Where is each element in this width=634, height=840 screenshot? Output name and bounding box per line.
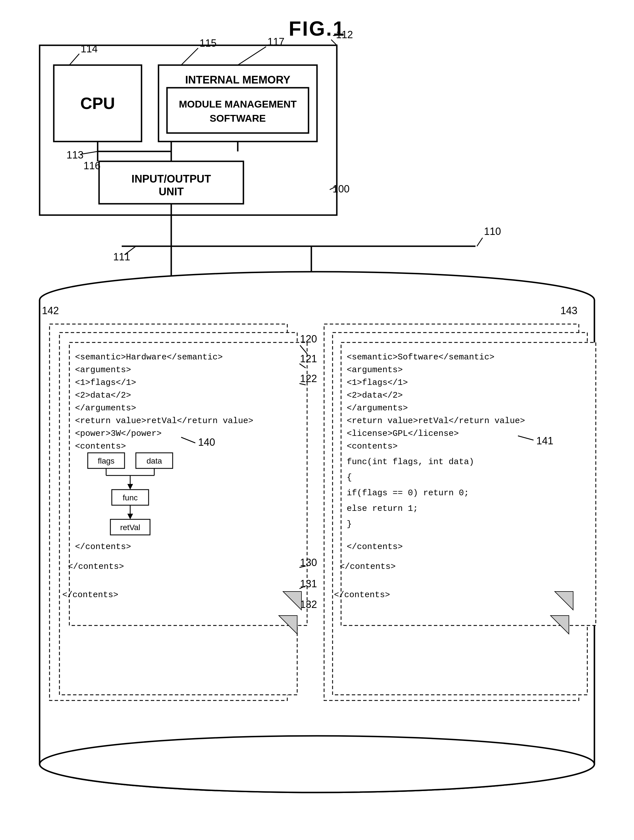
svg-rect-67 xyxy=(112,489,149,505)
svg-text:<power>3W</power>: <power>3W</power> xyxy=(75,429,161,438)
svg-text:122: 122 xyxy=(300,373,317,384)
svg-rect-71 xyxy=(111,519,150,535)
svg-text:{: { xyxy=(347,473,352,482)
svg-text:<1>flags</1>: <1>flags</1> xyxy=(347,378,408,387)
svg-text:</contents>: </contents> xyxy=(62,590,118,600)
svg-line-77 xyxy=(181,437,195,443)
svg-text:<arguments>: <arguments> xyxy=(347,365,403,375)
svg-text:else return 1;: else return 1; xyxy=(347,504,418,513)
svg-text:141: 141 xyxy=(536,435,553,447)
svg-text:<return value>retVal</return v: <return value>retVal</return value> xyxy=(347,416,525,426)
svg-text:113: 113 xyxy=(66,149,84,161)
page: FIG.1 CPU INTERNAL MEMORY MODULE MANAGEM… xyxy=(0,0,634,840)
svg-rect-1 xyxy=(54,65,142,142)
svg-text:110: 110 xyxy=(484,226,501,237)
svg-point-37 xyxy=(40,272,594,328)
svg-rect-0 xyxy=(40,45,337,215)
svg-rect-79 xyxy=(332,333,587,695)
svg-rect-3 xyxy=(158,65,317,142)
svg-line-28 xyxy=(330,187,335,189)
svg-text:142: 142 xyxy=(42,305,59,316)
svg-line-104 xyxy=(299,384,306,385)
svg-text:132: 132 xyxy=(300,598,317,610)
svg-rect-5 xyxy=(167,88,308,133)
svg-rect-58 xyxy=(88,453,125,468)
svg-line-98 xyxy=(518,436,533,440)
svg-line-19 xyxy=(238,47,266,65)
svg-line-24 xyxy=(81,152,98,154)
svg-text:116: 116 xyxy=(84,160,101,172)
svg-rect-41 xyxy=(40,300,594,764)
svg-text:</contents>: </contents> xyxy=(75,542,131,552)
svg-line-34 xyxy=(477,238,482,246)
svg-marker-110 xyxy=(283,592,302,610)
svg-line-15 xyxy=(70,54,79,65)
svg-text:114: 114 xyxy=(81,43,98,55)
svg-text:<semantic>Hardware</semantic>: <semantic>Hardware</semantic> xyxy=(75,352,223,362)
svg-marker-66 xyxy=(127,484,133,489)
svg-text:</contents>: </contents> xyxy=(334,590,390,600)
svg-line-100 xyxy=(300,345,307,354)
svg-rect-80 xyxy=(341,343,596,625)
svg-text:</contents>: </contents> xyxy=(347,542,403,552)
svg-text:130: 130 xyxy=(300,557,317,568)
svg-text:CPU: CPU xyxy=(81,94,115,112)
svg-text:retVal: retVal xyxy=(120,523,140,532)
svg-text:<2>data</2>: <2>data</2> xyxy=(75,390,131,400)
svg-text:<semantic>Software</semantic>: <semantic>Software</semantic> xyxy=(347,352,495,362)
svg-text:INPUT/OUTPUT: INPUT/OUTPUT xyxy=(131,173,211,185)
svg-text:func: func xyxy=(123,493,138,502)
svg-text:121: 121 xyxy=(300,353,317,365)
svg-text:</arguments>: </arguments> xyxy=(75,403,136,413)
figure-title: FIG.1 xyxy=(0,0,634,40)
svg-rect-49 xyxy=(70,343,307,625)
svg-text:131: 131 xyxy=(300,578,317,589)
svg-text:143: 143 xyxy=(560,305,577,316)
svg-text:120: 120 xyxy=(300,333,317,345)
svg-text:data: data xyxy=(147,456,162,465)
svg-marker-111 xyxy=(279,616,297,634)
svg-text:100: 100 xyxy=(332,183,349,195)
svg-text:UNIT: UNIT xyxy=(159,186,184,197)
svg-point-42 xyxy=(40,736,594,793)
svg-line-17 xyxy=(181,48,198,65)
svg-text:if(flags == 0) return 0;: if(flags == 0) return 0; xyxy=(347,488,469,498)
svg-line-106 xyxy=(299,566,306,567)
svg-text:</arguments>: </arguments> xyxy=(347,403,408,413)
svg-text:MODULE MANAGEMENT: MODULE MANAGEMENT xyxy=(179,98,297,109)
svg-rect-47 xyxy=(49,324,287,701)
svg-text:<return value>retVal</return v: <return value>retVal</return value> xyxy=(75,416,253,426)
svg-text:INTERNAL MEMORY: INTERNAL MEMORY xyxy=(185,74,290,86)
svg-marker-113 xyxy=(550,616,569,634)
svg-text:<contents>: <contents> xyxy=(347,442,398,451)
svg-text:111: 111 xyxy=(113,251,130,263)
svg-rect-8 xyxy=(99,161,243,204)
svg-text:<1>flags</1>: <1>flags</1> xyxy=(75,378,136,387)
svg-point-40 xyxy=(40,736,594,793)
svg-rect-48 xyxy=(59,333,297,695)
svg-text:</contents>: </contents> xyxy=(340,562,396,572)
svg-text:<2>data</2>: <2>data</2> xyxy=(347,390,403,400)
svg-text:flags: flags xyxy=(98,456,114,465)
svg-line-108 xyxy=(299,586,306,589)
svg-line-102 xyxy=(299,364,306,368)
svg-text:}: } xyxy=(347,519,352,529)
svg-rect-78 xyxy=(324,324,579,701)
svg-text:140: 140 xyxy=(198,436,215,448)
svg-marker-70 xyxy=(127,514,133,519)
svg-text:func(int flags, int data): func(int flags, int data) xyxy=(347,457,474,467)
svg-line-32 xyxy=(125,246,136,255)
svg-text:</contents>: </contents> xyxy=(68,562,124,572)
svg-line-21 xyxy=(331,39,337,45)
svg-text:<arguments>: <arguments> xyxy=(75,365,131,375)
svg-text:<contents>: <contents> xyxy=(75,442,126,451)
svg-text:SOFTWARE: SOFTWARE xyxy=(210,113,266,124)
svg-rect-60 xyxy=(136,453,173,468)
svg-marker-112 xyxy=(555,592,573,610)
svg-text:<license>GPL</license>: <license>GPL</license> xyxy=(347,429,459,438)
